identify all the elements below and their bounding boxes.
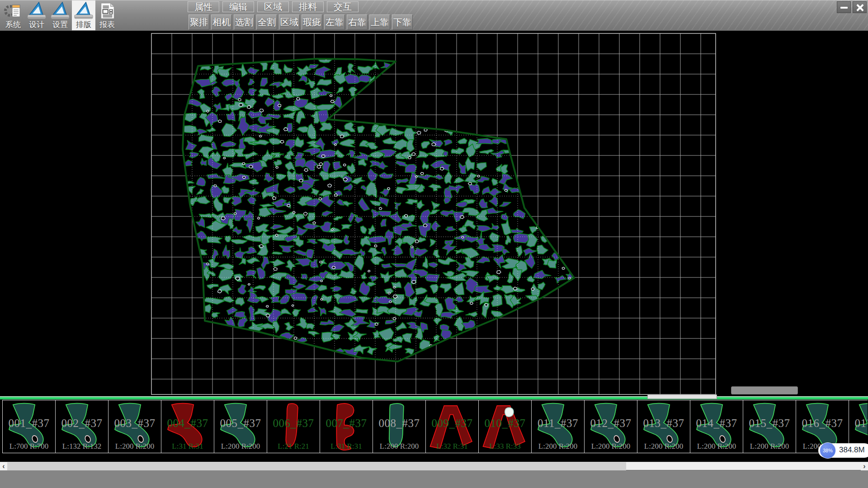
piece-lr-count: L:200 R:200: [532, 442, 584, 451]
piece-lr-count: L:200 R:200: [373, 442, 425, 451]
piece-lr-count: L:200 R:200: [637, 442, 690, 451]
piece-lr-count: L:700 R:700: [3, 442, 55, 451]
bottom-bar: [0, 470, 868, 488]
design-icon: [27, 1, 47, 20]
piece-lr-count: L:200 R:200: [585, 442, 637, 451]
system-icon: [3, 1, 24, 20]
thumbnail-cell-14[interactable]: 014_#37 L:200 R:200: [690, 400, 743, 453]
tool-button-8[interactable]: 右靠: [347, 14, 368, 30]
piece-lr-count: L:32 R:31: [426, 442, 478, 451]
nesting-drawing: [0, 31, 868, 399]
tool-button-3[interactable]: 选割: [234, 14, 255, 30]
piece-lr-count: L:21 R:21: [267, 442, 320, 451]
chevron-right-icon: ›: [863, 462, 865, 470]
menu-item-1[interactable]: 属性: [188, 1, 219, 12]
toolbar-hatch-texture: [362, 0, 868, 30]
menu-item-4[interactable]: 排料: [292, 1, 324, 12]
piece-id: 005_#37: [214, 417, 267, 430]
scroll-right-button[interactable]: ›: [861, 462, 868, 470]
piece-id: 007_#37: [320, 417, 373, 430]
piece-id: 014_#37: [690, 417, 743, 430]
thumbnail-cell-15[interactable]: 015_#37 L:200 R:200: [743, 400, 796, 453]
scrollbar-thumb[interactable]: [7, 462, 626, 470]
tool-button-7[interactable]: 左靠: [324, 14, 345, 30]
thumbnail-cell-10[interactable]: 010_#37 L:33 R:33: [479, 400, 532, 453]
piece-id: 013_#37: [637, 417, 690, 430]
piece-id: 010_#37: [479, 417, 531, 430]
scroll-left-button[interactable]: ‹: [0, 462, 7, 470]
piece-id: 012_#37: [585, 417, 637, 430]
piece-lr-count: L:33 R:33: [479, 442, 531, 451]
thumbnail-cell-6[interactable]: 006_#37 L:21 R:21: [267, 400, 320, 453]
piece-id: 008_#37: [373, 417, 425, 430]
piece-id: 016_#37: [796, 417, 849, 430]
menu-item-5[interactable]: 交互: [327, 1, 359, 12]
piece-id: 003_#37: [108, 417, 161, 430]
strip-scrollbar-thumb[interactable]: [647, 394, 717, 399]
thumbnail-cell-1[interactable]: 001_#37 L:700 R:700: [3, 400, 56, 453]
nesting-canvas[interactable]: [0, 31, 868, 399]
menu-bar: 属性编辑区域排料交互: [188, 1, 362, 13]
canvas-scrollbar-thumb[interactable]: [731, 386, 798, 394]
piece-lr-count: L:200 R:200: [690, 442, 743, 451]
tool-button-6[interactable]: 瑕疵: [302, 14, 322, 30]
nav-design-button[interactable]: 设计: [25, 0, 48, 30]
close-button[interactable]: [853, 1, 867, 13]
thumbnail-cell-9[interactable]: 009_#37 L:32 R:31: [426, 400, 479, 453]
menu-item-2[interactable]: 编辑: [222, 1, 254, 12]
piece-id: 004_#37: [161, 417, 214, 430]
piece-id: 009_#37: [426, 417, 478, 430]
thumbnail-cell-12[interactable]: 012_#37 L:200 R:200: [585, 400, 637, 453]
piece-lr-count: L:200 R:200: [214, 442, 267, 451]
thumbnail-cell-4[interactable]: 004_#37 L:31 R:31: [161, 400, 214, 453]
thumbnail-cell-13[interactable]: 013_#37 L:200 R:200: [637, 400, 690, 453]
nesting-icon: [74, 1, 94, 20]
piece-lr-count: L:31 R:31: [161, 442, 214, 451]
main-nav: 系统 设计 设置 排版 报表: [1, 0, 119, 30]
progress-percent: 38%: [823, 448, 833, 453]
thumbnail-cell-2[interactable]: 002_#37 L:132 R:132: [56, 400, 108, 453]
thumbnail-strip: 001_#37 L:700 R:700 002_#37 L:132 R:132 …: [2, 400, 868, 453]
piece-id: 006_#37: [267, 417, 320, 430]
memory-badge: 38% 384.8M: [818, 443, 868, 458]
thumbnail-cell-8[interactable]: 008_#37 L:200 R:200: [373, 400, 426, 453]
toolbar: 系统 设计 设置 排版 报表 属性编辑区域排料交互 聚排相机选割全割区域: [0, 0, 868, 32]
report-icon: [99, 1, 116, 20]
tool-button-1[interactable]: 聚排: [189, 14, 209, 30]
tool-button-2[interactable]: 相机: [211, 14, 232, 30]
nav-system-button[interactable]: 系统: [1, 0, 25, 30]
chevron-left-icon: ‹: [2, 462, 5, 470]
piece-id: 015_#37: [743, 417, 796, 430]
minimize-button[interactable]: [837, 1, 851, 13]
piece-lr-count: L:200 R:200: [108, 442, 161, 451]
piece-id: 001_#37: [3, 417, 55, 430]
tool-bar: 聚排相机选割全割区域瑕疵左靠右靠上靠下靠: [189, 14, 415, 30]
tool-button-5[interactable]: 区域: [279, 14, 300, 30]
thumbnail-cell-3[interactable]: 003_#37 L:200 R:200: [108, 400, 161, 453]
piece-id: 002_#37: [56, 417, 108, 430]
piece-lr-count: L:200 R:200: [743, 442, 796, 451]
settings-icon: [50, 1, 70, 20]
minimize-icon: [840, 7, 848, 9]
menu-item-3[interactable]: 区域: [257, 1, 289, 12]
nav-nesting-button[interactable]: 排版: [72, 0, 95, 30]
progress-circle: 38%: [820, 442, 836, 459]
separator-line: [0, 396, 868, 399]
window-controls: [837, 1, 867, 13]
thumbnail-cell-11[interactable]: 011_#37 L:200 R:200: [532, 400, 585, 453]
piece-id: 017_#37: [849, 417, 868, 430]
memory-usage: 384.8M: [839, 446, 865, 455]
nav-report-button[interactable]: 报表: [95, 0, 119, 30]
thumbnail-cell-5[interactable]: 005_#37 L:200 R:200: [214, 400, 267, 453]
tool-button-4[interactable]: 全割: [256, 14, 277, 30]
app-window: 系统 设计 设置 排版 报表 属性编辑区域排料交互 聚排相机选割全割区域: [0, 0, 868, 488]
piece-lr-count: L:31 R:31: [320, 442, 373, 451]
tool-button-10[interactable]: 下靠: [392, 14, 413, 30]
piece-lr-count: L:132 R:132: [56, 442, 108, 451]
horizontal-scrollbar: ‹ ›: [0, 462, 868, 470]
piece-id: 011_#37: [532, 417, 584, 430]
tool-button-9[interactable]: 上靠: [369, 14, 390, 30]
thumbnail-cell-7[interactable]: 007_#37 L:31 R:31: [320, 400, 373, 453]
nav-settings-button[interactable]: 设置: [48, 0, 72, 30]
